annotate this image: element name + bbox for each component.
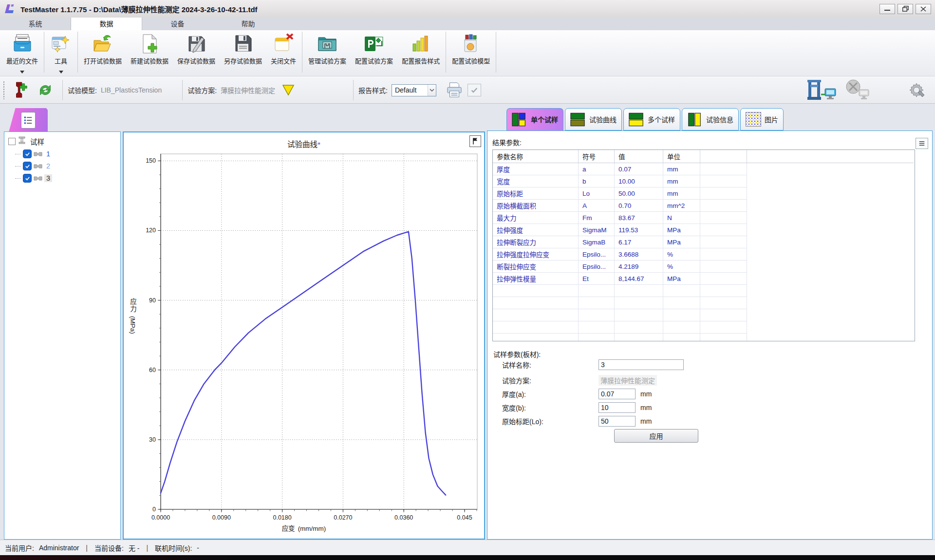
machine-icon [18, 136, 26, 146]
checkbox-checked[interactable] [23, 174, 32, 183]
table-row[interactable]: 宽度b10.00mm [493, 175, 747, 187]
app-logo-icon [4, 3, 16, 15]
checkbox-unchecked[interactable] [8, 138, 16, 145]
table-cell: Epsilo... [579, 248, 615, 260]
checkbox-checked[interactable] [23, 162, 32, 170]
manage-scheme-button[interactable]: 管理试验方案 [304, 30, 351, 74]
minimize-button[interactable] [879, 4, 895, 14]
specimen-list-tab[interactable] [9, 108, 48, 132]
checkbox-checked[interactable] [23, 149, 32, 158]
secondary-toolbar: 试验模型: LIB_PlasticsTension 试验方案: 薄膜拉伸性能测定… [0, 76, 935, 104]
form-row: 宽度(b):mm [502, 402, 652, 413]
recent-files-button[interactable]: 最近的文件 [2, 30, 42, 74]
table-row[interactable]: 拉伸强度拉伸应变Epsilo...3.6688% [493, 248, 747, 261]
config-model-icon [460, 33, 482, 55]
panel-menu-button[interactable] [916, 138, 928, 149]
table-row[interactable]: 厚度a0.07mm [493, 163, 747, 175]
settings-gear-icon[interactable] [907, 80, 926, 100]
svg-text:150: 150 [146, 157, 156, 164]
divider [353, 80, 354, 100]
new-data-button[interactable]: 新建试验数据 [126, 30, 173, 74]
table-cell: 拉伸强度拉伸应变 [493, 248, 579, 260]
numeric-input[interactable] [598, 416, 636, 427]
refresh-button[interactable] [36, 81, 55, 99]
tree-item-1[interactable]: 1 [15, 149, 52, 159]
print-button[interactable] [444, 81, 465, 99]
table-row[interactable]: 拉伸弹性模量Et8,144.67MPa [493, 273, 747, 285]
table-cell-empty [579, 297, 615, 309]
tab-picture[interactable]: 图片 [740, 108, 784, 131]
filter-funnel-icon[interactable] [282, 84, 295, 96]
table-cell-empty [700, 212, 747, 224]
print-confirm-button[interactable] [468, 84, 481, 96]
menu-item-数据[interactable]: 数据 [71, 18, 142, 30]
table-cell-empty [700, 297, 747, 309]
curve-chart-panel: 试验曲线* 0.00000.00900.01800.02700.03600.04… [123, 131, 485, 540]
table-row[interactable]: 原始横截面积A0.70mm^2 [493, 200, 747, 212]
tools-button[interactable]: 工具 [46, 30, 76, 74]
svg-text:90: 90 [149, 297, 156, 304]
tree-item-3[interactable]: 3 [15, 173, 52, 184]
close-file-button[interactable]: 关闭文件 [266, 30, 300, 74]
table-cell: A [579, 200, 615, 211]
recent-files-icon [12, 33, 33, 55]
table-cell-empty [700, 248, 747, 260]
save-data-icon [186, 33, 207, 55]
table-row[interactable]: 原始标距Lo50.00mm [493, 187, 747, 200]
tab-test-info[interactable]: 试验信息 [682, 108, 739, 131]
menu-item-设备[interactable]: 设备 [142, 18, 213, 30]
report-style-select[interactable]: Default [392, 84, 436, 96]
main-toolbar: 最近的文件工具打开试验数据新建试验数据保存试验数据另存试验数据关闭文件管理试验方… [0, 30, 935, 76]
specimen-icon [34, 149, 42, 158]
table-cell-empty [493, 321, 579, 333]
tree-item-label: 3 [44, 174, 52, 182]
tab-test-curve[interactable]: 试验曲线 [565, 108, 622, 131]
table-row-empty [493, 285, 747, 297]
table-cell: mm^2 [663, 200, 700, 211]
column-header-empty [700, 150, 747, 163]
add-specimen-button[interactable] [12, 80, 29, 100]
report-style-button[interactable]: 配置报告样式 [397, 30, 444, 74]
open-data-button[interactable]: 打开试验数据 [79, 30, 126, 74]
numeric-input[interactable] [598, 389, 636, 399]
maximize-button[interactable] [898, 4, 913, 14]
toolbar-divider [302, 32, 302, 73]
save-data-button[interactable]: 保存试验数据 [173, 30, 220, 74]
table-header-row: 参数名称符号值单位 [493, 150, 914, 163]
table-row[interactable]: 拉伸强度SigmaM119.53MPa [493, 224, 747, 236]
table-row[interactable]: 最大力Fm83.67N [493, 212, 747, 224]
tree-item-2[interactable]: 2 [15, 161, 52, 171]
menu-item-系统[interactable]: 系统 [0, 18, 71, 30]
numeric-input[interactable] [598, 402, 636, 413]
machine-status-icon[interactable] [806, 79, 837, 101]
specimen-name-input[interactable] [598, 359, 684, 370]
apply-button[interactable]: 应用 [614, 429, 698, 443]
table-row[interactable]: 断裂拉伸应变Epsilo...4.2189% [493, 261, 747, 273]
table-cell-empty [493, 285, 579, 297]
specimen-form-label: 试样参数(板材): [493, 349, 541, 359]
toolbar-button-label: 配置报告样式 [402, 56, 440, 65]
menu-item-帮助[interactable]: 帮助 [213, 18, 283, 30]
config-scheme-button[interactable]: 配置试验方案 [351, 30, 397, 74]
config-model-button[interactable]: 配置试验模型 [448, 30, 494, 74]
multi-specimen-icon [629, 112, 644, 127]
toolbar-grip[interactable] [3, 81, 5, 99]
close-button[interactable] [916, 4, 931, 14]
tab-multi-specimen[interactable]: 多个试样 [623, 108, 680, 131]
table-cell-empty [700, 175, 747, 187]
table-cell-empty [663, 297, 700, 309]
table-cell-empty [493, 334, 579, 341]
tree-root-item[interactable]: 试样 [8, 136, 46, 147]
device-disconnected-icon[interactable] [843, 79, 871, 101]
tree-connector [15, 154, 21, 154]
form-row: 试验方案:薄膜拉伸性能测定 [502, 374, 657, 386]
divider [182, 80, 183, 100]
table-cell-empty [700, 309, 747, 321]
tab-single-specimen[interactable]: 单个试样 [506, 108, 563, 131]
field-label: 试验方案: [502, 375, 598, 385]
table-row[interactable]: 拉伸断裂应力SigmaB6.17MPa [493, 236, 747, 248]
dropdown-arrow-icon [20, 67, 24, 70]
save-as-data-button[interactable]: 另存试验数据 [220, 30, 266, 74]
table-cell: 0.07 [615, 163, 663, 175]
table-cell-empty [663, 309, 700, 321]
